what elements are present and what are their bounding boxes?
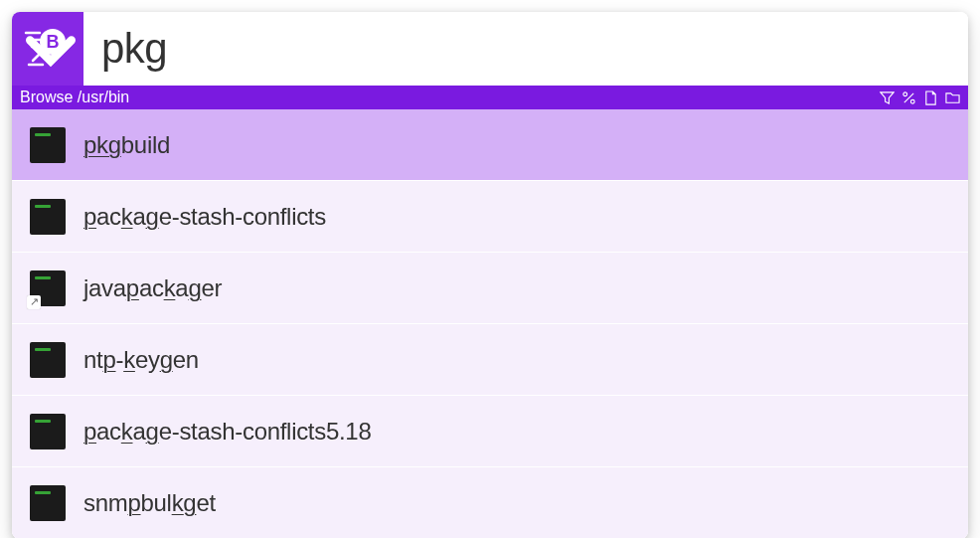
terminal-icon [30,127,66,163]
app-logo-button[interactable]: B [12,12,83,86]
result-label: package-stash-conflicts5.18 [83,418,371,446]
terminal-icon [30,199,66,235]
result-item[interactable]: package-stash-conflicts [12,181,968,253]
terminal-icon: ↗ [30,270,66,306]
chevron-down-icon[interactable] [26,28,76,80]
svg-point-8 [910,99,914,103]
result-label: snmpbulkget [83,489,216,517]
file-icon[interactable] [922,90,938,105]
breadcrumb-bar: Browse /usr/bin [12,86,968,109]
svg-line-9 [903,92,912,101]
filter-icon[interactable] [879,90,895,105]
result-label: ntp-keygen [83,346,199,374]
breadcrumb-actions [879,90,960,105]
search-input[interactable] [83,12,968,86]
result-item[interactable]: pkgbuild [12,109,968,181]
shortcut-badge-icon: ↗ [27,295,41,309]
result-label: package-stash-conflicts [83,203,326,231]
breadcrumb-label: Browse /usr/bin [20,89,129,106]
terminal-icon [30,414,66,449]
result-label: javapackager [83,274,222,302]
terminal-icon [30,485,66,521]
search-bar: B [12,12,968,86]
launcher-window: B Browse /usr/bin [12,12,968,538]
percent-icon[interactable] [900,90,916,105]
results-list: pkgbuildpackage-stash-conflicts↗javapack… [12,109,968,538]
result-item[interactable]: ↗javapackager [12,253,968,324]
result-item[interactable]: ntp-keygen [12,324,968,396]
result-label: pkgbuild [83,131,170,159]
result-item[interactable]: snmpbulkget [12,467,968,538]
terminal-icon [30,342,66,378]
svg-point-7 [902,91,906,95]
folder-icon[interactable] [944,90,960,105]
result-item[interactable]: package-stash-conflicts5.18 [12,396,968,467]
